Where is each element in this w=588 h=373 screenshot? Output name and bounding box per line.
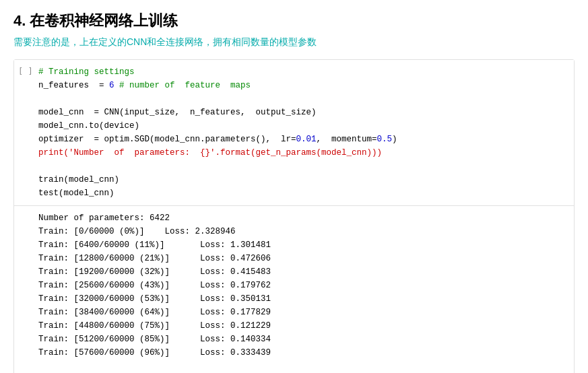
page-subtitle: 需要注意的是，上在定义的CNN和全连接网络，拥有相同数量的模型参数 xyxy=(13,36,575,48)
cell-number: [ ] xyxy=(18,65,38,76)
model-to-device-line: model_cnn.to(device) xyxy=(38,121,139,131)
test-line: test(model_cnn) xyxy=(38,189,115,198)
model-cnn-line: model_cnn = CNN(input_size, n_features, … xyxy=(38,108,317,117)
n-features-line: n_features = 6 # number of feature maps xyxy=(38,81,251,90)
page-title: 4. 在卷积神经网络上训练 xyxy=(13,11,575,31)
optimizer-line: optimizer = optim.SGD(model_cnn.paramete… xyxy=(38,135,397,144)
cell-output: Number of parameters: 6422 Train: [0/600… xyxy=(14,205,574,373)
train-line: train(model_cnn) xyxy=(38,175,119,184)
comment-training-settings: # Training settings xyxy=(38,67,135,77)
cell-input-area: [ ] # Training settings n_features = 6 #… xyxy=(14,60,574,205)
code-cell: [ ] # Training settings n_features = 6 #… xyxy=(13,59,575,373)
code-content[interactable]: # Training settings n_features = 6 # num… xyxy=(38,65,570,200)
print-line: print('Number of parameters: {}'.format(… xyxy=(38,148,382,158)
